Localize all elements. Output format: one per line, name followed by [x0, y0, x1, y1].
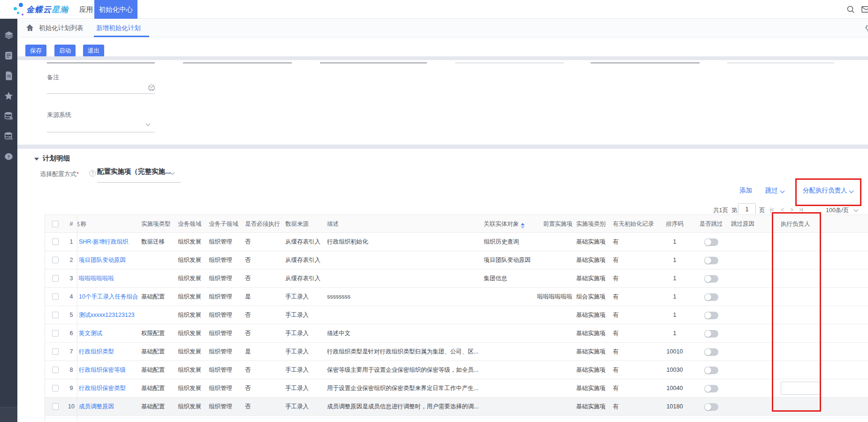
source-system-chevron-down-icon[interactable]	[146, 122, 151, 126]
row-checkbox[interactable]	[52, 348, 59, 355]
row-checkbox[interactable]	[52, 275, 59, 282]
database-gear-icon[interactable]	[0, 108, 17, 124]
config-help-icon[interactable]: ?	[89, 170, 96, 176]
cell-sort-code: 1	[656, 251, 693, 269]
cell-name[interactable]: 测试xxxxx123123123	[77, 306, 139, 324]
cell-description: 描述中文	[325, 324, 482, 342]
mail-icon[interactable]	[861, 5, 868, 14]
skip-toggle[interactable]	[704, 330, 718, 338]
clipboard-icon[interactable]	[0, 47, 17, 63]
header-cell-entity[interactable]: 关联实体对象	[482, 215, 531, 232]
cell-sort-code: 10180	[656, 398, 693, 415]
layers-icon[interactable]	[0, 27, 17, 43]
row-checkbox[interactable]	[52, 385, 59, 391]
table-row: 10成员调整原因基础配置组织发展组织管理否手工录入成员调整原因是成员信息进行调整…	[45, 398, 868, 416]
pagination-first-button[interactable]: |<	[770, 207, 774, 213]
cell-biz-area: 组织发展	[176, 306, 207, 324]
pagination-last-button[interactable]: >|	[799, 207, 803, 213]
cell-row-number: 8	[66, 361, 77, 379]
cell-pre-item	[531, 251, 574, 269]
form-toolbar: 保存 启动 退出	[17, 38, 868, 56]
pagination-page-input[interactable]	[738, 203, 756, 215]
row-checkbox[interactable]	[52, 367, 59, 373]
cell-category: 基础实施项	[574, 233, 611, 251]
cell-executor	[779, 306, 821, 324]
cell-name[interactable]: 行政组织保密等级	[77, 361, 139, 379]
app-logo[interactable]: 金蝶云星瀚	[26, 4, 69, 15]
cell-name[interactable]: SHR-新增行政组织	[77, 233, 139, 251]
select-all-checkbox[interactable]	[52, 221, 59, 227]
truncated-field-underline	[455, 62, 564, 63]
cell-biz-subarea: 组织管理	[207, 324, 243, 342]
cell-skip-toggle	[693, 306, 729, 324]
row-checkbox[interactable]	[52, 238, 59, 245]
pagination-page-size-select[interactable]: 100条/页	[826, 207, 849, 215]
header-cell-biz-subarea: 业务子领域	[207, 215, 243, 232]
cell-sort-code: 10010	[656, 343, 693, 361]
cell-description: 行政组织类型是针对行政组织类型归属为集团、公司、区...	[325, 343, 482, 361]
search-icon[interactable]	[846, 5, 855, 14]
save-button[interactable]: 保存	[25, 45, 46, 57]
cell-name[interactable]: 项目团队变动原因	[77, 251, 139, 269]
tab-init-center[interactable]: 初始化中心	[94, 0, 137, 19]
add-row-link[interactable]: 添加	[739, 186, 752, 195]
cell-name[interactable]: 行政组织保密类型	[77, 379, 139, 397]
cell-impl-type	[139, 269, 176, 287]
cell-skip-toggle	[693, 398, 729, 415]
header-select-all-checkbox[interactable]	[45, 215, 66, 232]
cell-name[interactable]: 成员调整原因	[77, 398, 139, 415]
truncated-field-underline	[591, 62, 700, 63]
cell-pre-item	[531, 379, 574, 397]
row-checkbox[interactable]	[52, 330, 59, 337]
assign-executor-link[interactable]: 分配执行负责人	[803, 186, 853, 195]
cell-pre-item	[531, 269, 574, 287]
section-collapse-caret-icon[interactable]	[34, 158, 39, 161]
cell-biz-subarea: 组织管理	[207, 306, 243, 324]
cell-has-record: 有	[611, 379, 656, 397]
cell-name[interactable]: 10个手工录入任务组合	[77, 288, 139, 306]
cell-skip-reason	[729, 343, 779, 361]
cell-description: ssssssss	[325, 288, 482, 306]
page-tab-plan-list[interactable]: 初始化计划列表	[39, 19, 84, 38]
skip-toggle[interactable]	[704, 367, 718, 374]
cell-name[interactable]: 啦啦啦啦啦啦	[77, 269, 139, 287]
cell-required: 否	[243, 379, 283, 397]
cell-name[interactable]: 英文测试	[77, 324, 139, 342]
cell-has-record: 有	[611, 251, 656, 269]
row-checkbox[interactable]	[52, 293, 59, 300]
star-icon[interactable]	[0, 88, 17, 104]
sort-icon[interactable]	[521, 223, 525, 229]
skip-toggle[interactable]	[704, 257, 718, 264]
pagination-next-button[interactable]: >	[790, 207, 793, 213]
exit-button[interactable]: 退出	[83, 45, 104, 57]
cell-executor	[779, 288, 821, 306]
row-checkbox[interactable]	[52, 312, 59, 318]
skip-toggle[interactable]	[704, 275, 718, 283]
row-checkbox[interactable]	[52, 403, 59, 410]
cell-biz-subarea: 组织管理	[207, 379, 243, 397]
database-search-icon[interactable]	[0, 128, 17, 144]
skip-toggle[interactable]	[704, 348, 718, 356]
cell-impl-type: 基础配置	[139, 343, 176, 361]
help-circle-icon[interactable]: ?	[0, 148, 17, 164]
skip-toggle[interactable]	[704, 293, 718, 301]
row-checkbox[interactable]	[52, 257, 59, 263]
cell-category: 基础实施项	[574, 379, 611, 397]
skip-menu-link[interactable]: 跳过	[765, 186, 784, 195]
document-icon[interactable]	[0, 68, 17, 84]
skip-toggle[interactable]	[704, 312, 718, 319]
start-button[interactable]: 启动	[54, 45, 76, 57]
lightbulb-icon[interactable]	[864, 24, 868, 32]
cell-name[interactable]: 行政组织类型	[77, 343, 139, 361]
page-tab-new-plan[interactable]: 新增初始化计划	[96, 19, 141, 38]
cell-has-record: 有	[611, 269, 656, 287]
config-mode-select[interactable]: 配置实施项（完整实施...	[97, 167, 171, 176]
remark-input[interactable]	[47, 84, 155, 93]
skip-toggle[interactable]	[704, 385, 718, 392]
pagination-prev-button[interactable]: <	[781, 207, 784, 213]
skip-toggle[interactable]	[704, 403, 718, 411]
executor-input[interactable]	[781, 382, 820, 395]
home-icon[interactable]	[26, 24, 34, 32]
skip-toggle[interactable]	[704, 238, 718, 246]
cell-executor	[779, 343, 821, 361]
